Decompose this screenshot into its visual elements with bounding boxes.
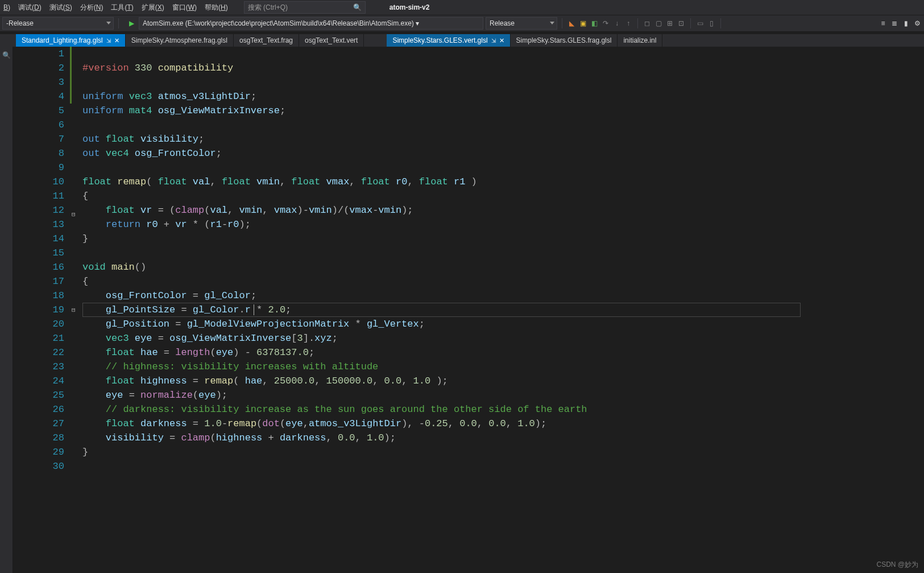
- menu-window[interactable]: 窗口(W): [172, 3, 197, 13]
- config-dropdown[interactable]: -Release: [2, 17, 114, 30]
- tab-bar: Standard_Lighting.frag.glsl ⇲ ✕ SimpleSk…: [0, 34, 924, 47]
- tool-icon[interactable]: ≡: [879, 19, 888, 28]
- code-line[interactable]: void main(): [82, 260, 587, 274]
- line-number: 20: [13, 317, 70, 331]
- build-config-dropdown[interactable]: Release: [486, 17, 557, 30]
- tab-label: SimpleSky.Stars.GLES.frag.glsl: [516, 36, 612, 44]
- tool-icon[interactable]: ▢: [654, 19, 663, 28]
- code-line[interactable]: {: [82, 189, 587, 203]
- line-number: 27: [13, 417, 70, 431]
- code-line[interactable]: float vr = (clamp(val, vmin, vmax)-vmin)…: [82, 203, 587, 217]
- fold-toggle: [72, 445, 80, 461]
- menu-help[interactable]: 帮助(H): [205, 3, 228, 13]
- tool-icon[interactable]: ⊞: [665, 19, 674, 28]
- step-out-icon[interactable]: ↑: [624, 19, 633, 28]
- bookmark-icon[interactable]: ▮: [901, 19, 910, 28]
- code-line[interactable]: float remap( float val, float vmin, floa…: [82, 175, 587, 189]
- menu-b[interactable]: B): [3, 3, 10, 11]
- code-line[interactable]: float darkness = 1.0-remap(dot(eye,atmos…: [82, 417, 587, 431]
- code-line[interactable]: float highness = remap( hae, 25000.0, 15…: [82, 374, 587, 388]
- debug-target-dropdown[interactable]: AtomSim.exe (E:\work\project\code\projec…: [139, 17, 483, 30]
- search-icon[interactable]: 🔍: [2, 51, 10, 59]
- tab-simplesky-stars-frag[interactable]: SimpleSky.Stars.GLES.frag.glsl: [511, 34, 618, 47]
- line-number: 21: [13, 331, 70, 345]
- fold-toggle: [72, 270, 80, 286]
- code-line[interactable]: osg_FrontColor = gl_Color;: [82, 288, 587, 303]
- play-icon[interactable]: ▶: [129, 19, 134, 27]
- fold-toggle: [72, 47, 80, 63]
- line-number: 19: [13, 303, 70, 317]
- tab-simplesky-atmosphere[interactable]: SimpleSky.Atmosphere.frag.glsl: [126, 34, 234, 47]
- line-number: 23: [13, 360, 70, 374]
- search-placeholder: 搜索 (Ctrl+Q): [248, 3, 288, 13]
- code-line[interactable]: gl_PointSize = gl_Color.r * 2.0;: [82, 303, 587, 317]
- code-line[interactable]: [82, 246, 587, 260]
- code-line[interactable]: // darkness: visibility increase as the …: [82, 402, 587, 417]
- tool-icon[interactable]: ▭: [695, 19, 705, 28]
- menu-test[interactable]: 测试(S): [49, 3, 72, 13]
- menu-extensions[interactable]: 扩展(X): [142, 3, 164, 13]
- fold-toggle[interactable]: ⊟: [72, 206, 80, 222]
- tool-icon[interactable]: ◣: [567, 19, 576, 28]
- code-line[interactable]: }: [82, 232, 587, 246]
- code-line[interactable]: float hae = length(eye) - 6378137.0;: [82, 345, 587, 360]
- tab-osgtext-vert[interactable]: osgText_Text.vert: [299, 34, 364, 47]
- code-line[interactable]: [82, 459, 587, 473]
- fold-toggle: [72, 493, 80, 509]
- tool-icon[interactable]: ◻: [643, 19, 652, 28]
- tab-osgtext-frag[interactable]: osgText_Text.frag: [234, 34, 299, 47]
- line-number: 2: [13, 61, 70, 75]
- menu-bar: B) 调试(D) 测试(S) 分析(N) 工具(T) 扩展(X) 窗口(W) 帮…: [0, 0, 924, 15]
- pin-icon[interactable]: ⇲: [106, 38, 111, 44]
- fold-toggle: [72, 509, 80, 525]
- line-number: 17: [13, 274, 70, 288]
- code-line[interactable]: #version 330 compatibility: [82, 61, 587, 75]
- tool-icon[interactable]: ▣: [578, 19, 587, 28]
- tool-icon[interactable]: ≣: [890, 19, 899, 28]
- code-line[interactable]: out float visibility;: [82, 132, 587, 146]
- code-line[interactable]: [82, 75, 587, 89]
- tool-icon[interactable]: ⊡: [677, 19, 686, 28]
- close-icon[interactable]: ✕: [114, 37, 119, 44]
- line-number: 4: [13, 89, 70, 104]
- tool-icon[interactable]: ◧: [590, 19, 599, 28]
- code-line[interactable]: [82, 118, 587, 132]
- pin-icon[interactable]: ⇲: [491, 38, 496, 44]
- code-line[interactable]: visibility = clamp(highness + darkness, …: [82, 431, 587, 445]
- code-line[interactable]: vec3 eye = osg_ViewMatrixInverse[3].xyz;: [82, 331, 587, 345]
- search-box[interactable]: 搜索 (Ctrl+Q) 🔍: [244, 1, 366, 14]
- line-number: 7: [13, 132, 70, 146]
- step-into-icon[interactable]: ↓: [612, 19, 621, 28]
- code-line[interactable]: // highness: visibility increases with a…: [82, 360, 587, 374]
- fold-toggle[interactable]: ⊟: [72, 302, 80, 318]
- code-line[interactable]: uniform mat4 osg_ViewMatrixInverse;: [82, 104, 587, 118]
- line-number-gutter: 1234567891011121314151617181920212223242…: [13, 47, 70, 473]
- code-line[interactable]: }: [82, 445, 587, 459]
- tool-icon[interactable]: ⚙: [913, 19, 922, 28]
- step-over-icon[interactable]: ↷: [601, 19, 610, 28]
- line-number: 29: [13, 445, 70, 459]
- code-area[interactable]: #version 330 compatibility uniform vec3 …: [82, 47, 587, 473]
- menu-tools[interactable]: 工具(T): [111, 3, 133, 13]
- code-line[interactable]: {: [82, 274, 587, 288]
- code-line[interactable]: [82, 160, 587, 175]
- window-title: atom-sim-v2: [390, 3, 430, 11]
- tab-initialize[interactable]: initialize.inl: [618, 34, 662, 47]
- code-line[interactable]: [82, 47, 587, 61]
- line-number: 22: [13, 345, 70, 360]
- code-editor[interactable]: 1234567891011121314151617181920212223242…: [13, 47, 801, 573]
- code-line[interactable]: gl_Position = gl_ModelViewProjectionMatr…: [82, 317, 587, 331]
- close-icon[interactable]: ✕: [499, 37, 504, 44]
- code-line[interactable]: return r0 + vr * (r1-r0);: [82, 217, 587, 232]
- menu-analyze[interactable]: 分析(N): [80, 3, 103, 13]
- tool-icon[interactable]: ▯: [707, 19, 716, 28]
- menu-debug[interactable]: 调试(D): [18, 3, 42, 13]
- chevron-down-icon: [550, 22, 554, 24]
- code-line[interactable]: eye = normalize(eye);: [82, 388, 587, 402]
- code-line[interactable]: uniform vec3 atmos_v3LightDir;: [82, 89, 587, 104]
- fold-toggle: [72, 365, 80, 381]
- tab-standard-lighting[interactable]: Standard_Lighting.frag.glsl ⇲ ✕: [16, 34, 126, 47]
- toolbar: -Release ▶ AtomSim.exe (E:\work\project\…: [0, 15, 924, 32]
- tab-simplesky-stars-vert[interactable]: SimpleSky.Stars.GLES.vert.glsl ⇲ ✕: [387, 34, 510, 47]
- code-line[interactable]: out vec4 osg_FrontColor;: [82, 146, 587, 160]
